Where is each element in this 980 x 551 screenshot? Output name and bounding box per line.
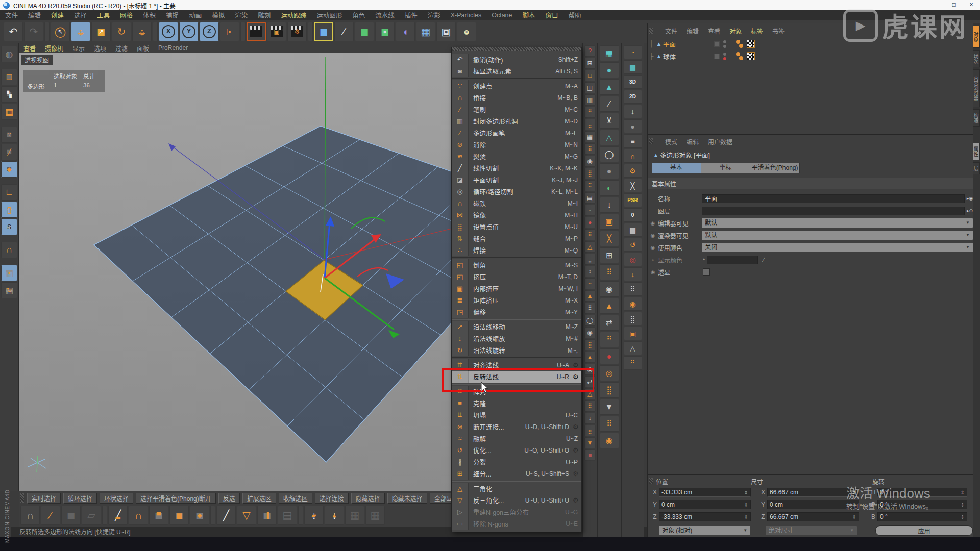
viewport-menu-item[interactable]: 显示 <box>68 44 89 53</box>
palette-icon[interactable]: △ <box>600 130 619 145</box>
anim-dot-icon[interactable]: ◉ <box>648 233 658 238</box>
stepper-icon[interactable]: ⇕ <box>744 502 748 508</box>
palette-icon[interactable]: ↕ <box>584 266 596 277</box>
menu-item[interactable]: 运动图形 <box>311 10 347 20</box>
render-settings-button[interactable]: ⚙ <box>287 22 307 41</box>
layer-swatch[interactable] <box>714 41 720 47</box>
palette-icon[interactable]: ⠿ <box>600 264 619 280</box>
position-mode-select[interactable]: 对象 (相对)▼ <box>659 526 750 535</box>
palette-icon[interactable]: ⠿ <box>584 400 596 412</box>
edge-mode-button[interactable]: ■ ╱ <box>1 144 17 160</box>
size-mode-select[interactable]: 绝对尺寸▼ <box>766 526 857 535</box>
attribute-tab[interactable]: 平滑着色(Phong) <box>750 163 800 173</box>
om-menu-item[interactable]: 对象 <box>725 27 746 35</box>
stepper-icon[interactable]: ⇕ <box>852 514 856 520</box>
render-visibility-dot[interactable] <box>723 45 726 48</box>
size-field[interactable]: 66.667 cm⇕ <box>767 488 859 497</box>
selection-command-button[interactable]: 循环选择 <box>63 493 97 504</box>
palette-icon[interactable]: PSR <box>624 193 642 207</box>
solo-mode-button[interactable]: ● S <box>1 219 17 235</box>
stepper-icon[interactable]: ⇕ <box>852 502 856 508</box>
palette-icon[interactable]: ◉ <box>584 327 596 338</box>
close-button[interactable]: × <box>963 0 980 10</box>
disabled-tool-2[interactable]: ▱ <box>82 506 101 525</box>
viewport-menu-item[interactable]: 查看 <box>19 44 40 53</box>
palette-icon[interactable]: ◉ <box>584 156 596 167</box>
palette-icon[interactable]: ⣿ <box>624 312 642 325</box>
om-menu-item[interactable]: 查看 <box>703 27 725 35</box>
point-mode-button[interactable]: ■ ∵ <box>1 127 17 143</box>
disabled-tool-1[interactable]: ◼ <box>61 506 81 525</box>
selection-command-button[interactable]: 实时选择 <box>27 493 61 504</box>
palette-icon[interactable]: ▦ <box>624 60 642 74</box>
palette-icon[interactable]: ◫ <box>584 82 596 93</box>
create-point[interactable]: ∵ 创建点 M~A <box>452 80 581 92</box>
anim-dot-icon[interactable]: ◉ <box>648 220 658 226</box>
apply-button[interactable]: 应用 <box>875 525 973 536</box>
palette-icon[interactable]: ⣿ <box>584 168 596 179</box>
workplane-lock-button[interactable]: ▦ ▪ <box>1 265 17 281</box>
camera-menu[interactable]: ▣ ● <box>436 22 456 41</box>
stepper-icon[interactable]: ⇕ <box>852 490 856 495</box>
palette-icon[interactable]: ▲ <box>600 79 619 95</box>
weld[interactable]: ∴ 焊接 M~Q <box>452 244 581 256</box>
layer-field[interactable] <box>702 207 965 215</box>
menu-item[interactable]: 帮助 <box>564 10 586 20</box>
palette-icon[interactable]: ● <box>600 348 619 364</box>
model-mode-button[interactable]: ■ □ <box>1 69 17 85</box>
palette-icon[interactable]: ⣶ <box>584 425 596 436</box>
palette-icon[interactable]: △ <box>584 241 596 253</box>
dock-tab[interactable]: 内容浏览器 <box>973 69 980 107</box>
section-header[interactable]: 基本属性 <box>648 178 973 189</box>
palette-icon[interactable]: ⠭ <box>584 180 596 191</box>
selection-command-button[interactable]: 环状选择 <box>100 493 133 504</box>
selection-command-button[interactable]: 选择连接 <box>315 493 349 504</box>
options-gear-icon[interactable]: ⚙ <box>573 446 581 454</box>
om-menu-item[interactable]: 文件 <box>660 27 682 35</box>
matrix-extrude[interactable]: ≣ 矩阵挤压 M~X <box>452 294 581 306</box>
texture-mode-button[interactable]: ■ ▚ <box>1 86 17 103</box>
palette-icon[interactable]: ▫ <box>584 205 596 216</box>
palette-icon[interactable]: ╳ <box>600 231 619 246</box>
viewport-menu-item[interactable]: 选项 <box>89 44 111 53</box>
redo-button[interactable]: ↷ <box>24 22 43 41</box>
palette-icon[interactable]: ⠛ <box>584 107 596 118</box>
menu-item[interactable]: 编辑 <box>23 10 46 20</box>
close-polygon-hole[interactable]: ▦ 封闭多边形孔洞 M~D <box>452 115 581 127</box>
line-cut[interactable]: ╱ 线性切割 K~K, M~K <box>452 162 581 174</box>
palette-icon[interactable]: ◎ <box>624 253 642 266</box>
uv-mode-button[interactable]: ▦ <box>1 104 17 120</box>
palette-icon[interactable]: ◯ <box>584 315 596 326</box>
palette-icon[interactable]: ■ <box>584 449 596 461</box>
selection-command-button[interactable]: 扩展选区 <box>242 493 276 504</box>
palette-icon[interactable]: ↓ <box>600 197 619 213</box>
size-field[interactable]: 66.667 cm⇕ <box>767 512 859 521</box>
menu-item[interactable]: X-Particles <box>446 12 486 19</box>
maximize-button[interactable]: □ <box>945 0 963 10</box>
rotation-field[interactable]: 0 °⇕ <box>877 488 967 497</box>
display-color-swatch[interactable] <box>707 256 758 264</box>
normal-scale[interactable]: ↕ 沿法线缩放 M~# <box>452 333 581 344</box>
palette-icon[interactable]: ⚙ <box>624 164 642 178</box>
menu-drag-handle[interactable] <box>452 47 581 51</box>
workplane-button[interactable]: ▦ ↻ <box>1 282 17 298</box>
magnet[interactable]: ∩ 磁铁 M~I <box>452 197 581 209</box>
scale-tool[interactable]: ◼ ↗ <box>91 22 111 41</box>
palette-icon[interactable]: ≡ <box>624 134 642 148</box>
palette-icon[interactable]: ▲ <box>600 298 619 314</box>
palette-icon[interactable]: ⠿ <box>584 229 596 240</box>
rotate-tool[interactable]: ↻ <box>112 22 131 41</box>
floor-menu[interactable]: ▦ <box>416 22 435 41</box>
menu-item[interactable]: 捕捉 <box>161 10 184 20</box>
palette-icon[interactable]: ▣ <box>624 327 642 340</box>
attr-menu-item[interactable]: 用户数据 <box>703 137 737 146</box>
render-view-button[interactable] <box>247 22 266 41</box>
palette-icon[interactable]: ▣ <box>600 214 619 230</box>
menu-item[interactable]: 雕刻 <box>253 10 276 20</box>
selection-tag-icon[interactable] <box>736 52 740 56</box>
viewport-menu-item[interactable]: 面板 <box>132 44 154 53</box>
position-field[interactable]: 0 cm⇕ <box>659 500 751 509</box>
dock-tab[interactable]: 对象 <box>973 26 980 48</box>
palette-icon[interactable]: ◉ <box>600 281 619 297</box>
selection-command-button[interactable]: 反选 <box>218 493 240 504</box>
